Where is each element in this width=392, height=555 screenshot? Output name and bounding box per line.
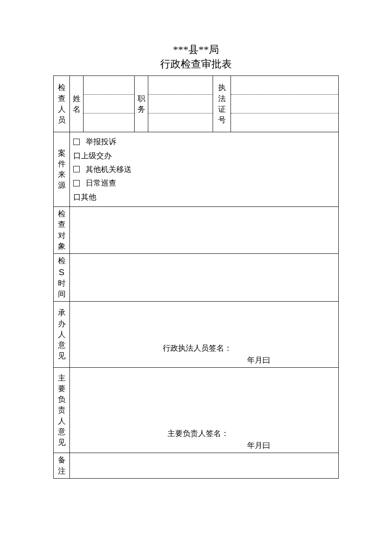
label-handler-opinion: 承办人意见 — [54, 302, 70, 368]
label-principal-opinion: 主要负责人意见 — [54, 368, 70, 453]
duty-field-3[interactable] — [148, 113, 213, 132]
name-field-2[interactable] — [84, 95, 135, 113]
source-options: 举报投诉 口上级交办 其他机关移送 日常巡查 口其他 — [70, 132, 339, 207]
name-field-3[interactable] — [84, 113, 135, 132]
principal-signature-label: 主要负责人签名： — [167, 428, 229, 439]
cert-field-3[interactable] — [231, 113, 339, 132]
org-title: ***县**局 — [53, 43, 339, 57]
principal-date-label: 年月曰 — [247, 440, 270, 451]
source-opt-complaint[interactable]: 举报投诉 — [73, 135, 335, 148]
source-opt-patrol[interactable]: 日常巡查 — [73, 176, 335, 190]
cert-field-1[interactable] — [231, 76, 339, 95]
label-target: 检查对象 — [54, 207, 70, 254]
approval-table: 检查人员 姓名 职务 执法证号 案件来源 举报投诉 口上级交办 其他机关移送 — [53, 76, 339, 479]
principal-opinion-field[interactable]: 主要负责人签名： 年月曰 — [70, 368, 339, 453]
label-cert: 执法证号 — [213, 76, 231, 132]
label-inspector: 检查人员 — [54, 76, 70, 132]
source-opt-transfer[interactable]: 其他机关移送 — [73, 163, 335, 176]
remarks-field[interactable] — [70, 453, 339, 478]
handler-signature-label: 行政执法人员签名： — [163, 343, 232, 354]
source-opt-superior[interactable]: 口上级交办 — [73, 149, 335, 163]
duty-field-1[interactable] — [148, 76, 213, 95]
label-time: 检 S时 间 — [54, 253, 70, 302]
cert-field-2[interactable] — [231, 95, 339, 113]
page-header: ***县**局 行政检查审批表 — [53, 43, 339, 71]
label-duty: 职务 — [135, 76, 148, 132]
handler-date-label: 年月曰 — [247, 355, 270, 366]
s-letter: S — [58, 266, 66, 278]
time-field[interactable] — [70, 253, 339, 302]
source-opt-other[interactable]: 口其他 — [73, 190, 335, 204]
checkbox-icon[interactable] — [73, 139, 80, 145]
name-field-1[interactable] — [84, 76, 135, 95]
label-remarks: 备注 — [54, 453, 70, 478]
checkbox-icon[interactable] — [73, 166, 80, 172]
target-field[interactable] — [70, 207, 339, 254]
label-name: 姓名 — [70, 76, 84, 132]
label-source: 案件来源 — [54, 132, 70, 207]
checkbox-icon[interactable] — [73, 180, 80, 186]
handler-opinion-field[interactable]: 行政执法人员签名： 年月曰 — [70, 302, 339, 368]
form-title: 行政检查审批表 — [53, 57, 339, 72]
duty-field-2[interactable] — [148, 95, 213, 113]
